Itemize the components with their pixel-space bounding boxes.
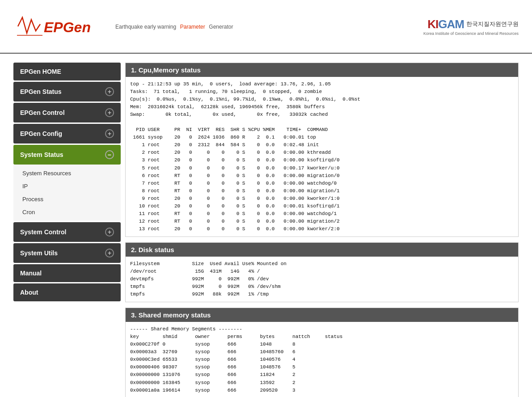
disk-section: 2. Disk status Filesystem Size Used Avai…: [125, 242, 519, 302]
cpu-memory-section: 1. Cpu,Memory status top - 21:12:53 up 3…: [125, 63, 519, 237]
sidebar-item-system-status[interactable]: System Status – System Resources IP Proc…: [13, 145, 121, 221]
expand-icon: +: [105, 87, 114, 96]
collapse-icon: –: [105, 150, 114, 159]
sidebar-item-manual[interactable]: Manual: [13, 264, 121, 282]
sidebar-item-system-control[interactable]: System Control +: [13, 222, 121, 242]
system-status-subitems: System Resources IP Process Cron: [13, 165, 121, 221]
header: EPGen Earthquake early warning Parameter…: [0, 0, 532, 54]
sub-item-process[interactable]: Process: [13, 193, 121, 206]
expand-icon: +: [105, 228, 114, 237]
svg-text:EPGen: EPGen: [44, 19, 91, 35]
sidebar-item-epgen-config[interactable]: EPGen Config +: [13, 124, 121, 144]
disk-body: Filesystem Size Used Avail Use% Mounted …: [126, 257, 518, 302]
expand-icon: +: [105, 129, 114, 138]
tagline: Earthquake early warning Parameter Gener…: [115, 23, 233, 30]
sidebar: EPGen HOME EPGen Status + EPGen Control …: [13, 63, 121, 397]
main-content: 1. Cpu,Memory status top - 21:12:53 up 3…: [125, 63, 519, 397]
cpu-memory-header: 1. Cpu,Memory status: [126, 63, 518, 77]
shared-memory-header: 3. Shared memory status: [126, 308, 518, 322]
sub-item-cron[interactable]: Cron: [13, 206, 121, 219]
logo-area: EPGen Earthquake early warning Parameter…: [13, 11, 233, 42]
disk-header: 2. Disk status: [126, 243, 518, 257]
sidebar-item-epgen-status[interactable]: EPGen Status +: [13, 82, 121, 101]
kigam-logo: KI GAM 한국지질자원연구원 Korea Institute of Geos…: [423, 17, 519, 36]
sidebar-item-system-utils[interactable]: System Utils +: [13, 243, 121, 263]
sidebar-item-about[interactable]: About: [13, 283, 121, 301]
sidebar-item-epgen-control[interactable]: EPGen Control +: [13, 103, 121, 122]
epgen-logo: EPGen: [13, 11, 112, 42]
expand-icon: +: [105, 108, 114, 117]
sub-item-ip[interactable]: IP: [13, 180, 121, 193]
cpu-memory-body: top - 21:12:53 up 35 min, 0 users, load …: [126, 77, 518, 237]
expand-icon: +: [105, 249, 114, 258]
sidebar-item-epgen-home[interactable]: EPGen HOME: [13, 63, 121, 80]
sub-item-system-resources[interactable]: System Resources: [13, 167, 121, 180]
shared-memory-section: 3. Shared memory status ------ Shared Me…: [125, 308, 519, 397]
shared-memory-body: ------ Shared Memory Segments -------- k…: [126, 322, 518, 397]
